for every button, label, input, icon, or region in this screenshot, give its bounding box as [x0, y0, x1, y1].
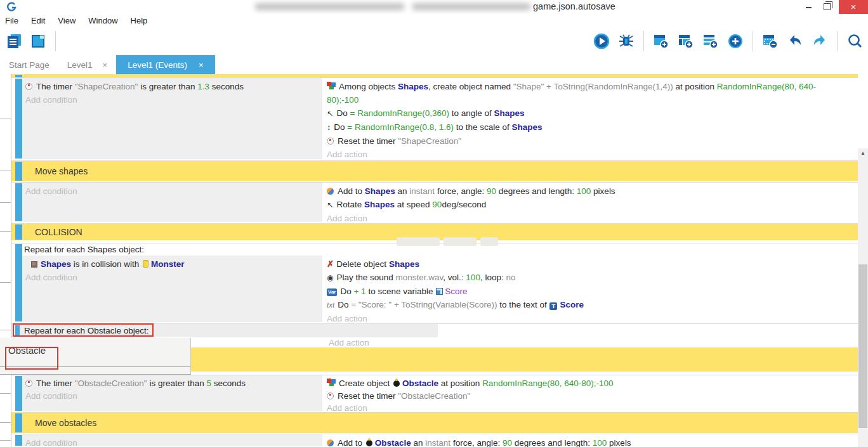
gdevelop-window: game.json.autosave × File Edit View Wind…: [0, 0, 868, 447]
event-selection-bar[interactable]: [15, 79, 22, 159]
condition-line[interactable]: The timer "ShapeCreation" is greater tha…: [22, 80, 322, 93]
event-selection-bar[interactable]: [15, 376, 22, 411]
project-manager-icon[interactable]: [5, 31, 24, 51]
tab-start-page[interactable]: Start Page: [0, 55, 58, 74]
selection-highlight-obstacle-field: [5, 347, 58, 370]
text-object-icon: T: [549, 302, 557, 310]
action-line[interactable]: Add to Obstacle an instant force, angle:…: [324, 436, 858, 447]
action-line[interactable]: VarDo + 1 to scene variable Score: [324, 285, 858, 298]
event-fold-tick[interactable]: [0, 282, 11, 283]
actions-column: Create object Obstacle at position Rando…: [324, 375, 858, 411]
action-line[interactable]: Among objects Shapes, create object name…: [324, 80, 831, 107]
add-condition[interactable]: Add condition: [22, 185, 322, 198]
shapes-object-icon: [31, 261, 37, 268]
event-selection-bar[interactable]: [15, 162, 22, 181]
action-line[interactable]: ↕Do = RandomInRange(0.8, 1.6) to the sca…: [324, 120, 858, 134]
timer-icon: [25, 83, 32, 90]
action-line[interactable]: ◉Play the sound monster.wav, vol.: 100, …: [324, 271, 858, 285]
restore-button[interactable]: [824, 3, 831, 10]
tab-label: Start Page: [9, 60, 49, 70]
add-circle-icon[interactable]: [726, 31, 745, 51]
event-fold-tick[interactable]: [0, 440, 11, 441]
remove-event-icon[interactable]: [761, 31, 780, 51]
drag-ghost: [444, 237, 477, 246]
rotate-icon: ↖: [327, 200, 333, 209]
event-row[interactable]: Add condition Add to Obstacle an instant…: [11, 434, 858, 447]
conditions-column: Shapes is in collision with Monster Add …: [22, 256, 322, 322]
actions-column: Add to Obstacle an instant force, angle:…: [324, 434, 858, 446]
tab-level1[interactable]: Level1 ×: [58, 55, 116, 74]
debugger-icon[interactable]: [617, 31, 636, 51]
event-row[interactable]: The timer "ObstacleCreation" is greater …: [11, 375, 858, 412]
add-condition[interactable]: Add condition: [22, 93, 322, 107]
conditions-column: The timer "ShapeCreation" is greater tha…: [22, 78, 322, 159]
action-line[interactable]: Create object Obstacle at position Rando…: [324, 377, 858, 390]
vertical-scrollbar[interactable]: ▲ ▼: [858, 148, 868, 447]
scroll-up-icon[interactable]: ▲: [858, 148, 868, 159]
action-line[interactable]: Reset the timer "ShapeCreation": [324, 134, 858, 148]
window-title: game.json.autosave: [533, 1, 615, 11]
menu-view[interactable]: View: [51, 16, 82, 25]
actions-column: Among objects Shapes, create object name…: [324, 78, 858, 159]
event-row[interactable]: The timer "ShapeCreation" is greater tha…: [11, 77, 858, 160]
play-icon[interactable]: [592, 31, 611, 51]
event-selection-bar[interactable]: [15, 183, 22, 221]
add-condition[interactable]: Add condition: [22, 390, 322, 403]
condition-line[interactable]: The timer "ObstacleCreation" is greater …: [22, 377, 322, 390]
event-selection-bar[interactable]: [15, 413, 22, 432]
action-line[interactable]: Reset the timer "ObstacleCreation": [324, 390, 858, 403]
menu-file[interactable]: File: [0, 16, 25, 25]
action-line[interactable]: ✗Delete object Shapes: [324, 257, 858, 271]
minimize-button[interactable]: [806, 7, 812, 8]
event-selection-bar[interactable]: [15, 435, 22, 446]
tab-close-icon[interactable]: ×: [103, 60, 108, 70]
event-row[interactable]: Add condition Add to Shapes an instant f…: [11, 182, 858, 223]
timer-icon: [25, 380, 32, 387]
tab-close-icon[interactable]: ×: [199, 60, 204, 70]
undo-icon[interactable]: [786, 31, 805, 51]
event-fold-tick[interactable]: [0, 231, 11, 232]
tab-level1-events[interactable]: Level1 (Events) ×: [116, 55, 214, 74]
comment-row[interactable]: Move shapes: [11, 160, 858, 181]
add-action[interactable]: Add action: [324, 148, 858, 161]
menu-window[interactable]: Window: [82, 16, 124, 25]
delete-icon: ✗: [327, 259, 334, 269]
create-object-icon: [327, 82, 336, 90]
comment-row[interactable]: Move obstacles: [11, 412, 858, 433]
action-line[interactable]: ↖Do = RandomInRange(0,360) to angle of S…: [324, 107, 858, 120]
add-subevent-icon[interactable]: [676, 31, 695, 51]
timer-icon: [327, 138, 334, 145]
menu-edit[interactable]: Edit: [25, 16, 51, 25]
event-fold-tick[interactable]: [0, 119, 11, 119]
obstacle-object-icon: [393, 380, 400, 387]
action-line[interactable]: txtDo = "Score: " + ToString(Variable(Sc…: [324, 298, 858, 312]
event-fold-tick[interactable]: [0, 422, 11, 423]
event-fold-tick[interactable]: [0, 393, 11, 394]
add-comment-icon[interactable]: [701, 31, 720, 51]
tab-bar: Start Page Level1 × Level1 (Events) ×: [0, 55, 868, 74]
comment-text: Move obstacles: [35, 418, 96, 428]
close-button[interactable]: ×: [839, 0, 868, 14]
event-fold-tick[interactable]: [0, 171, 11, 171]
add-event-icon[interactable]: [652, 31, 671, 51]
redo-icon[interactable]: [810, 31, 829, 51]
repeat-event-row[interactable]: Repeat for each Shapes object: Shapes is…: [11, 243, 858, 323]
search-icon[interactable]: [845, 31, 864, 51]
event-selection-bar[interactable]: [15, 224, 22, 240]
toolbar: [0, 27, 868, 55]
toolbar-separator: [55, 31, 56, 51]
event-fold-tick[interactable]: [0, 330, 11, 330]
condition-line[interactable]: Shapes is in collision with Monster: [22, 257, 322, 271]
menu-help[interactable]: Help: [124, 16, 154, 25]
conditions-column: Add condition: [22, 183, 322, 222]
open-scene-icon[interactable]: [29, 31, 48, 51]
conditions-column: The timer "ObstacleCreation" is greater …: [22, 375, 322, 411]
add-condition[interactable]: Add condition: [22, 436, 322, 447]
event-fold-tick[interactable]: [0, 202, 11, 203]
scrollbar-thumb[interactable]: [858, 264, 867, 428]
actions-column: ✗Delete object Shapes ◉Play the sound mo…: [324, 256, 858, 322]
obstacle-object-icon: [366, 440, 372, 446]
action-line[interactable]: Add to Shapes an instant force, angle: 9…: [324, 185, 858, 198]
action-line[interactable]: ↖Rotate Shapes at speed 90deg/second: [324, 198, 858, 212]
add-condition[interactable]: Add condition: [22, 271, 322, 284]
